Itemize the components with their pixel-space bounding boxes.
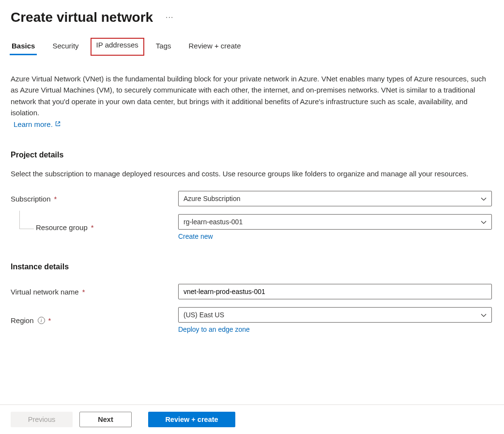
project-details-sub: Select the subscription to manage deploy…	[11, 168, 493, 179]
resource-group-value: rg-learn-eastus-001	[183, 218, 243, 226]
review-create-button[interactable]: Review + create	[148, 412, 235, 427]
tab-security[interactable]: Security	[51, 39, 79, 55]
required-asterisk: *	[82, 288, 85, 296]
deploy-edge-link[interactable]: Deploy to an edge zone	[178, 326, 250, 333]
subscription-label: Subscription	[11, 195, 51, 203]
page-title: Create virtual network	[11, 10, 153, 25]
resource-group-label: Resource group	[36, 223, 88, 232]
required-asterisk: *	[48, 316, 51, 325]
wizard-footer: Previous Next Review + create	[0, 404, 504, 434]
learn-more-label: Learn more.	[14, 120, 53, 128]
chevron-down-icon	[481, 312, 487, 318]
intro-text: Azure Virtual Network (VNet) is the fund…	[11, 73, 493, 118]
external-link-icon	[55, 120, 61, 128]
vnet-name-label: Virtual network name	[11, 288, 79, 296]
tab-tags[interactable]: Tags	[155, 39, 172, 55]
hierarchy-line	[19, 211, 34, 229]
resource-group-select[interactable]: rg-learn-eastus-001	[178, 214, 492, 230]
subscription-select[interactable]: Azure Subscription	[178, 191, 492, 206]
tab-ip-addresses[interactable]: IP addresses	[91, 38, 144, 56]
previous-button[interactable]: Previous	[11, 412, 73, 427]
required-asterisk: *	[91, 223, 94, 232]
region-label: Region	[11, 316, 34, 325]
region-value: (US) East US	[183, 311, 224, 319]
required-asterisk: *	[54, 195, 57, 203]
chevron-down-icon	[481, 219, 487, 225]
create-new-link[interactable]: Create new	[178, 232, 213, 240]
next-button[interactable]: Next	[79, 412, 132, 427]
region-select[interactable]: (US) East US	[178, 307, 492, 323]
project-details-heading: Project details	[11, 151, 493, 159]
vnet-name-input[interactable]	[178, 284, 492, 299]
info-icon[interactable]: i	[38, 317, 45, 324]
more-icon[interactable]: ···	[159, 13, 173, 22]
chevron-down-icon	[481, 196, 487, 202]
instance-details-heading: Instance details	[11, 263, 493, 271]
wizard-tabs: Basics Security IP addresses Tags Review…	[11, 39, 493, 55]
subscription-value: Azure Subscription	[183, 195, 241, 202]
learn-more-link[interactable]: Learn more.	[11, 120, 61, 128]
tab-basics[interactable]: Basics	[11, 39, 36, 55]
tab-review-create[interactable]: Review + create	[188, 39, 242, 55]
